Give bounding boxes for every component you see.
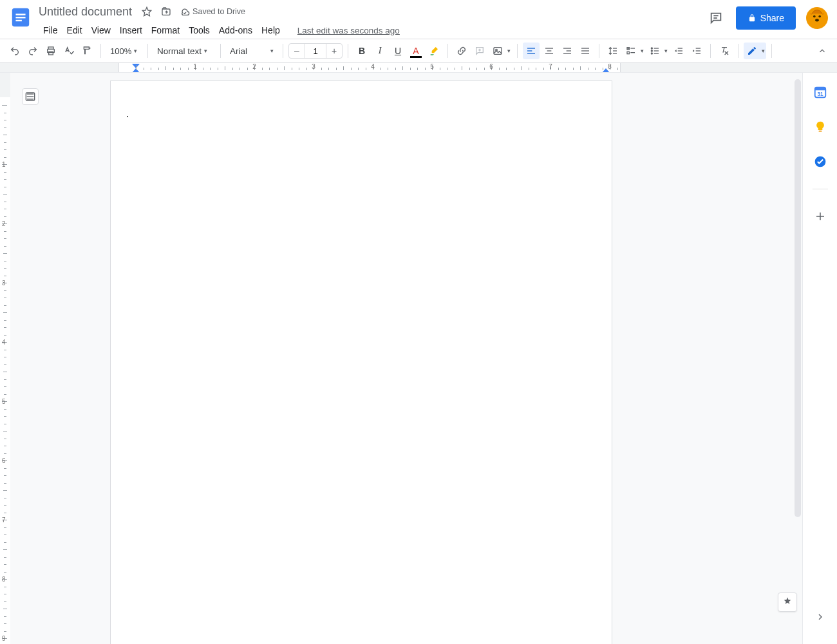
menu-edit[interactable]: Edit bbox=[62, 24, 87, 37]
chevron-down-icon: ▾ bbox=[641, 48, 644, 54]
menu-tools[interactable]: Tools bbox=[184, 24, 214, 37]
saved-status-label: Saved to Drive bbox=[193, 7, 245, 16]
align-left-button[interactable] bbox=[523, 43, 540, 59]
menu-format[interactable]: Format bbox=[147, 24, 184, 37]
svg-rect-62 bbox=[818, 131, 822, 132]
toolbar-separator bbox=[599, 44, 599, 58]
side-panel-separator bbox=[813, 189, 828, 189]
zoom-select[interactable]: 100% ▾ bbox=[106, 43, 142, 59]
comment-history-icon[interactable] bbox=[706, 8, 726, 28]
toolbar-separator bbox=[100, 44, 101, 58]
editing-mode-dropdown[interactable]: ▾ bbox=[744, 43, 766, 59]
bold-button[interactable]: B bbox=[353, 43, 370, 59]
svg-point-40 bbox=[651, 53, 652, 54]
clear-formatting-button[interactable] bbox=[716, 43, 733, 59]
align-center-button[interactable] bbox=[541, 43, 558, 59]
spellcheck-button[interactable] bbox=[61, 43, 77, 59]
text-color-button[interactable]: A bbox=[408, 43, 424, 59]
side-panel: 31 bbox=[802, 73, 837, 644]
chevron-down-icon: ▾ bbox=[270, 48, 274, 54]
title-block: Untitled document Saved to Drive File Ed… bbox=[39, 4, 400, 39]
last-edit-link[interactable]: Last edit was seconds ago bbox=[297, 26, 400, 35]
zoom-value: 100% bbox=[110, 46, 131, 56]
menu-view[interactable]: View bbox=[87, 24, 115, 37]
font-family-select[interactable]: Arial ▾ bbox=[226, 46, 277, 56]
saved-to-drive-status[interactable]: Saved to Drive bbox=[180, 6, 245, 17]
line-spacing-dropdown[interactable] bbox=[605, 43, 621, 59]
bulleted-list-dropdown[interactable]: ▾ bbox=[646, 43, 669, 59]
document-page[interactable]: . bbox=[110, 80, 612, 644]
title-row: Untitled document Saved to Drive bbox=[39, 4, 400, 19]
print-button[interactable] bbox=[42, 43, 59, 59]
document-title[interactable]: Untitled document bbox=[39, 5, 132, 19]
highlight-color-button[interactable] bbox=[426, 43, 442, 59]
menu-bar: File Edit View Insert Format Tools Add-o… bbox=[39, 22, 400, 39]
insert-image-dropdown[interactable]: ▾ bbox=[489, 43, 512, 59]
svg-point-9 bbox=[813, 15, 816, 18]
chevron-down-icon: ▾ bbox=[134, 48, 137, 54]
explore-button[interactable] bbox=[778, 592, 797, 612]
chevron-down-icon: ▾ bbox=[204, 48, 207, 54]
toolbar-separator bbox=[738, 44, 738, 58]
move-icon[interactable] bbox=[159, 5, 173, 19]
toolbar-separator bbox=[220, 44, 221, 58]
document-content: . bbox=[126, 108, 129, 120]
docs-home-logo[interactable] bbox=[9, 4, 32, 31]
toolbar-separator bbox=[283, 44, 283, 58]
workspace: 123456789 . 31 bbox=[0, 73, 837, 644]
hide-menus-button[interactable] bbox=[814, 43, 831, 59]
star-icon[interactable] bbox=[140, 5, 154, 19]
svg-rect-3 bbox=[15, 20, 21, 21]
svg-point-38 bbox=[651, 48, 652, 49]
font-size-input[interactable] bbox=[305, 44, 326, 58]
svg-rect-36 bbox=[627, 52, 629, 53]
font-size-increase-button[interactable]: + bbox=[326, 43, 342, 59]
svg-rect-60 bbox=[814, 88, 825, 91]
undo-button[interactable] bbox=[6, 43, 23, 59]
indent-increase-button[interactable] bbox=[688, 43, 705, 59]
menu-help[interactable]: Help bbox=[257, 24, 285, 37]
redo-button[interactable] bbox=[24, 43, 41, 59]
insert-link-button[interactable] bbox=[453, 43, 470, 59]
svg-rect-1 bbox=[15, 14, 25, 15]
indent-decrease-button[interactable] bbox=[670, 43, 687, 59]
font-size-decrease-button[interactable]: – bbox=[289, 43, 305, 59]
chevron-down-icon: ▾ bbox=[507, 48, 511, 54]
vertical-scrollbar[interactable] bbox=[795, 79, 801, 517]
document-outline-button[interactable] bbox=[22, 88, 39, 105]
align-right-button[interactable] bbox=[559, 43, 576, 59]
header-bar: Untitled document Saved to Drive File Ed… bbox=[0, 0, 837, 39]
underline-button[interactable]: U bbox=[390, 43, 406, 59]
align-justify-button[interactable] bbox=[577, 43, 594, 59]
calendar-icon[interactable]: 31 bbox=[813, 84, 828, 100]
toolbar-separator bbox=[771, 44, 772, 58]
get-addons-icon[interactable] bbox=[813, 209, 828, 224]
account-avatar[interactable] bbox=[806, 7, 828, 29]
checklist-dropdown[interactable]: ▾ bbox=[623, 43, 645, 59]
document-canvas[interactable]: . bbox=[10, 73, 802, 644]
menu-file[interactable]: File bbox=[39, 24, 62, 37]
horizontal-ruler[interactable]: 12345678 bbox=[0, 63, 837, 73]
toolbar-separator bbox=[147, 44, 148, 58]
header-right: Share bbox=[706, 6, 828, 30]
toolbar: 100% ▾ Normal text ▾ Arial ▾ – + B I U A… bbox=[0, 39, 837, 63]
style-value: Normal text bbox=[157, 46, 202, 56]
paragraph-style-select[interactable]: Normal text ▾ bbox=[153, 46, 215, 56]
svg-rect-17 bbox=[494, 48, 502, 55]
keep-icon[interactable] bbox=[813, 119, 828, 135]
svg-marker-4 bbox=[142, 7, 151, 15]
hide-side-panel-button[interactable] bbox=[813, 609, 828, 625]
toolbar-separator bbox=[447, 44, 448, 58]
italic-button[interactable]: I bbox=[371, 43, 388, 59]
font-value: Arial bbox=[230, 46, 247, 56]
paint-format-button[interactable] bbox=[79, 43, 95, 59]
font-size-group: – + bbox=[288, 43, 343, 59]
tasks-icon[interactable] bbox=[813, 154, 828, 169]
vertical-ruler[interactable]: 123456789 bbox=[0, 73, 10, 644]
menu-addons[interactable]: Add-ons bbox=[214, 24, 257, 37]
share-button[interactable]: Share bbox=[736, 6, 796, 30]
svg-point-39 bbox=[651, 50, 652, 52]
svg-text:31: 31 bbox=[817, 91, 823, 97]
svg-point-11 bbox=[815, 19, 819, 21]
menu-insert[interactable]: Insert bbox=[115, 24, 147, 37]
